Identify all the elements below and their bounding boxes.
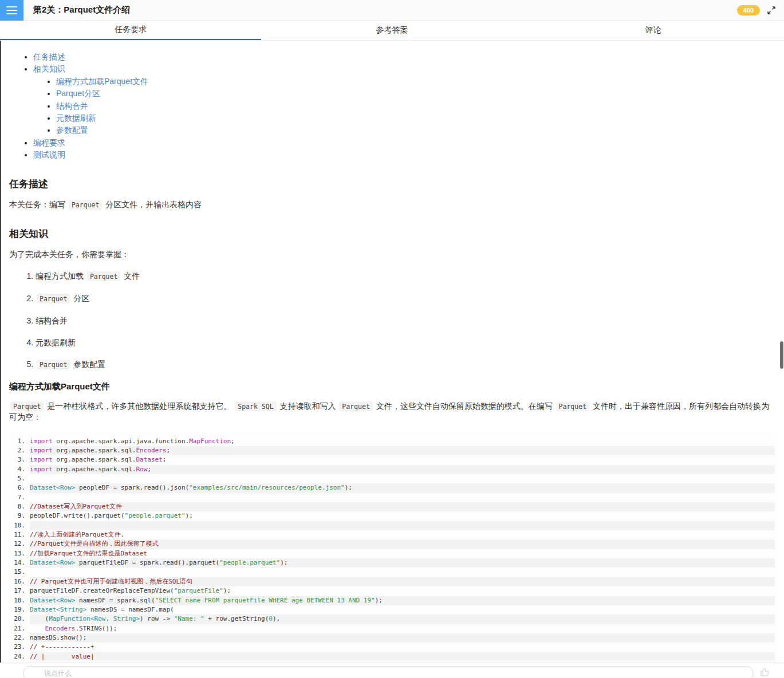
code-text: Dataset<Row> peopleDF = spark.read().jso… — [30, 483, 775, 492]
code-line: 5. — [9, 474, 775, 483]
code-line: 7. — [9, 493, 775, 502]
code-line: 18.Dataset<Row> namesDF = spark.sql("SEL… — [9, 596, 775, 605]
toc-subitem: 编程方式加载Parquet文件 — [56, 76, 775, 88]
inline-code: Parquet — [87, 271, 120, 281]
inline-code: Parquet — [69, 200, 102, 210]
line-number: 20. — [9, 614, 30, 624]
code-line: 19.Dataset<String> namesDS = namesDF.map… — [9, 605, 775, 614]
toc-link[interactable]: 元数据刷新 — [56, 113, 96, 123]
section-heading-knowledge: 相关知识 — [9, 227, 775, 241]
tab-reference-answer[interactable]: 参考答案 — [261, 21, 522, 40]
code-line: 15. — [9, 567, 775, 577]
knowledge-list-item: 元数据刷新 — [36, 337, 775, 348]
toc-link[interactable]: 编程方式加载Parquet文件 — [56, 77, 148, 86]
line-number: 23. — [9, 642, 30, 652]
table-of-contents: 任务描述相关知识编程方式加载Parquet文件Parquet分区结构合并元数据刷… — [33, 51, 775, 161]
comment-bar — [0, 663, 784, 678]
line-number: 19. — [9, 605, 30, 614]
code-line: 16.// Parquet文件也可用于创建临时视图，然后在SQL语句 — [9, 577, 775, 586]
line-number: 16. — [9, 577, 30, 586]
subsection-heading: 编程方式加载Parquet文件 — [9, 381, 775, 392]
code-line: 3.import org.apache.spark.sql.Dataset; — [9, 455, 775, 464]
code-line: 20. (MapFunction<Row, String>) row -> "N… — [9, 614, 775, 624]
code-line: 1.import org.apache.spark.api.java.funct… — [9, 437, 775, 446]
inline-code: Parquet — [37, 360, 70, 369]
content-area: 任务描述相关知识编程方式加载Parquet文件Parquet分区结构合并元数据刷… — [0, 41, 784, 663]
code-text: // +------------+ — [30, 642, 775, 652]
code-text — [30, 521, 775, 530]
page-title: 第2关：Parquet文件介绍 — [33, 5, 130, 15]
knowledge-list-item: Parquet 参数配置 — [36, 359, 775, 370]
top-bar: 第2关：Parquet文件介绍 400 — [0, 0, 784, 21]
tab-task-requirements[interactable]: 任务要求 — [0, 21, 261, 40]
toc-link[interactable]: Parquet分区 — [56, 89, 100, 98]
left-panel-edge — [0, 41, 1, 663]
tab-label: 任务要求 — [115, 25, 147, 35]
code-text: //加载Parquet文件的结果也是Dataset — [30, 549, 775, 558]
line-number: 21. — [9, 624, 30, 633]
toc-link[interactable]: 结构合并 — [56, 101, 88, 111]
code-text: Dataset<Row> namesDF = spark.sql("SELECT… — [30, 596, 775, 605]
line-number: 24. — [9, 652, 30, 661]
line-number: 2. — [9, 446, 30, 455]
toc-item: 测试说明 — [33, 149, 775, 161]
toc-subitem: 结构合并 — [56, 100, 775, 112]
toc-link[interactable]: 相关知识 — [33, 64, 65, 73]
code-line: 23.// +------------+ — [9, 642, 775, 652]
code-line: 21. Encoders.STRING()); — [9, 624, 775, 633]
code-text — [30, 493, 775, 502]
code-line: 9.peopleDF.write().parquet("people.parqu… — [9, 511, 775, 521]
line-number: 9. — [9, 511, 30, 521]
scrollbar-thumb[interactable] — [780, 341, 783, 369]
code-line: 11.//读入上面创建的Parquet文件. — [9, 530, 775, 539]
section-heading-task: 任务描述 — [9, 178, 775, 191]
inline-code: Parquet — [556, 401, 589, 411]
code-text: import org.apache.spark.api.java.functio… — [30, 437, 775, 446]
task-description: 本关任务：编写 Parquet 分区文件，并输出表格内容 — [9, 199, 775, 210]
tab-bar: 任务要求 参考答案 评论 — [0, 21, 784, 41]
toc-link[interactable]: 测试说明 — [33, 150, 65, 159]
parquet-intro-paragraph: Parquet 是一种柱状格式，许多其他数据处理系统都支持它。 Spark SQ… — [9, 401, 775, 422]
code-text: import org.apache.spark.sql.Row; — [30, 465, 775, 474]
line-number: 1. — [9, 437, 30, 446]
knowledge-list: 编程方式加载 Parquet 文件Parquet 分区结构合并元数据刷新Parq… — [36, 271, 775, 370]
code-line: 14.Dataset<Row> parquetFileDF = spark.re… — [9, 558, 775, 567]
code-line: 24.// | value| — [9, 652, 775, 661]
code-text: Encoders.STRING()); — [30, 624, 775, 633]
inline-code: Parquet — [37, 294, 70, 303]
toc-link[interactable]: 任务描述 — [33, 52, 65, 61]
line-number: 5. — [9, 474, 30, 483]
line-number: 10. — [9, 521, 30, 530]
code-text: (MapFunction<Row, String>) row -> "Name:… — [30, 614, 775, 624]
expand-arrows-icon[interactable] — [767, 6, 776, 15]
line-number: 6. — [9, 483, 30, 492]
code-line: 10. — [9, 521, 775, 530]
toc-link[interactable]: 编程要求 — [33, 138, 65, 147]
code-text — [30, 474, 775, 483]
code-line: 17.parquetFileDF.createOrReplaceTempView… — [9, 586, 775, 596]
toc-link[interactable]: 参数配置 — [56, 125, 88, 135]
code-line: 22.namesDS.show(); — [9, 633, 775, 642]
code-line: 13.//加载Parquet文件的结果也是Dataset — [9, 549, 775, 558]
knowledge-intro: 为了完成本关任务，你需要掌握： — [9, 249, 775, 259]
toc-item: 编程要求 — [33, 137, 775, 149]
line-number: 3. — [9, 455, 30, 464]
menu-button[interactable] — [0, 0, 23, 21]
code-text: //Parquet文件是自描述的，因此保留了模式 — [30, 539, 775, 549]
thumbs-up-icon[interactable] — [759, 667, 770, 677]
inline-code: Spark SQL — [235, 401, 276, 411]
tab-label: 评论 — [645, 25, 661, 36]
line-number: 13. — [9, 549, 30, 558]
code-text: peopleDF.write().parquet("people.parquet… — [30, 511, 775, 521]
toc-subitem: 参数配置 — [56, 124, 775, 136]
line-number: 18. — [9, 596, 30, 605]
code-block: 1.import org.apache.spark.api.java.funct… — [9, 433, 775, 663]
line-number: 17. — [9, 586, 30, 596]
tab-label: 参考答案 — [376, 25, 408, 36]
comment-input[interactable] — [23, 666, 754, 678]
knowledge-list-item: 结构合并 — [36, 316, 775, 326]
code-text: import org.apache.spark.sql.Encoders; — [30, 446, 775, 455]
code-text — [30, 567, 775, 577]
tab-comments[interactable]: 评论 — [523, 21, 784, 40]
line-number: 14. — [9, 558, 30, 567]
